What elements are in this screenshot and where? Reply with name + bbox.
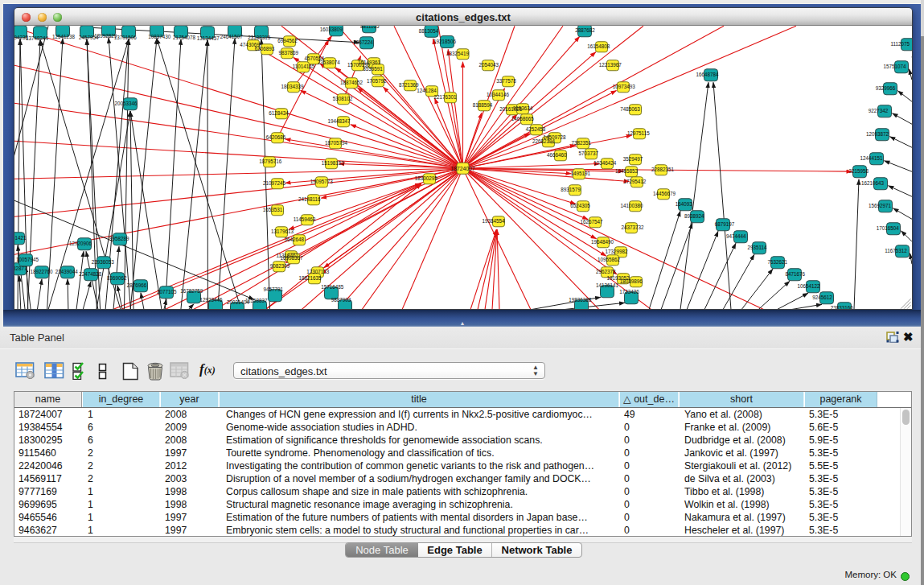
svg-text:13325419: 13325419 — [446, 51, 470, 56]
svg-text:12093872: 12093872 — [866, 131, 889, 137]
svg-text:7382351: 7382351 — [572, 140, 592, 146]
svg-text:23833160: 23833160 — [831, 305, 854, 309]
svg-text:12444151: 12444151 — [860, 155, 883, 161]
svg-text:24641507: 24641507 — [220, 34, 244, 39]
svg-text:18922760: 18922760 — [31, 269, 54, 274]
svg-text:23936053: 23936053 — [92, 259, 115, 265]
svg-text:18724007: 18724007 — [450, 166, 474, 171]
svg-text:2876966: 2876966 — [127, 282, 147, 288]
svg-text:1241284: 1241284 — [417, 88, 437, 93]
svg-text:8539591: 8539591 — [363, 66, 383, 72]
svg-text:17295412: 17295412 — [623, 179, 647, 184]
svg-text:15198153: 15198153 — [322, 160, 345, 166]
svg-text:8931579: 8931579 — [561, 187, 581, 192]
svg-text:23538074: 23538074 — [318, 60, 341, 65]
svg-text:21097245: 21097245 — [263, 180, 286, 186]
svg-text:18039896: 18039896 — [620, 278, 643, 284]
svg-text:16267547: 16267547 — [581, 219, 604, 225]
svg-text:5308102: 5308102 — [333, 96, 353, 101]
svg-text:3529497: 3529497 — [623, 156, 643, 162]
svg-text:12541238: 12541238 — [52, 34, 76, 39]
svg-text:8721369: 8721369 — [399, 82, 419, 88]
svg-text:10346424: 10346424 — [593, 160, 617, 166]
svg-text:16648784: 16648784 — [696, 72, 719, 77]
svg-text:24148116: 24148116 — [298, 196, 321, 202]
svg-text:2962373: 2962373 — [596, 269, 616, 274]
svg-text:16210643: 16210643 — [861, 180, 885, 186]
svg-text:11459463: 11459463 — [294, 216, 316, 222]
svg-text:16998367: 16998367 — [280, 255, 303, 261]
svg-text:18300295: 18300295 — [415, 175, 438, 181]
svg-text:1495191: 1495191 — [570, 171, 590, 176]
svg-text:4252458: 4252458 — [526, 126, 546, 132]
svg-text:18705794: 18705794 — [325, 140, 348, 146]
svg-text:6879197: 6879197 — [715, 221, 735, 227]
svg-text:7632621: 7632621 — [768, 259, 788, 265]
svg-text:14658665: 14658665 — [511, 116, 535, 122]
svg-text:16154808: 16154808 — [587, 43, 610, 49]
svg-text:11675312: 11675312 — [885, 248, 907, 253]
svg-text:9837869: 9837869 — [278, 50, 298, 56]
svg-text:6482877: 6482877 — [14, 266, 27, 271]
svg-text:12920906: 12920906 — [69, 241, 92, 246]
svg-text:14100380: 14100380 — [620, 203, 643, 208]
svg-text:15692971: 15692971 — [869, 203, 892, 208]
svg-text:164093: 164093 — [676, 201, 693, 207]
svg-text:17329982: 17329982 — [605, 249, 628, 254]
svg-text:12923446: 12923446 — [199, 297, 223, 303]
svg-text:12213967: 12213967 — [599, 62, 622, 68]
svg-text:10654122: 10654122 — [797, 283, 820, 289]
svg-text:7857224: 7857224 — [353, 39, 373, 45]
svg-text:9245612: 9245612 — [812, 295, 832, 300]
svg-text:15751074: 15751074 — [883, 64, 906, 69]
svg-text:8813054: 8813054 — [419, 28, 439, 34]
svg-text:10973493: 10973493 — [613, 84, 636, 89]
svg-text:19465853: 19465853 — [615, 168, 639, 174]
svg-text:9082309: 9082309 — [270, 263, 290, 269]
svg-text:17307133: 17307133 — [306, 269, 330, 274]
svg-text:11558837: 11558837 — [245, 298, 268, 303]
svg-text:10955862: 10955862 — [598, 257, 621, 262]
svg-text:3642648: 3642648 — [285, 237, 305, 242]
svg-text:16782759: 16782759 — [180, 288, 203, 294]
svg-text:12975115: 12975115 — [627, 130, 650, 136]
svg-text:6306893: 6306893 — [255, 46, 275, 51]
svg-text:7485063: 7485063 — [620, 106, 640, 112]
svg-text:22474828: 22474828 — [79, 271, 102, 277]
svg-text:9227342: 9227342 — [869, 108, 889, 113]
svg-text:1653531: 1653531 — [263, 207, 283, 212]
svg-text:9329966: 9329966 — [876, 85, 896, 91]
svg-text:18821635: 18821635 — [298, 275, 322, 281]
svg-text:10837430: 10837430 — [148, 34, 171, 39]
svg-text:21754078: 21754078 — [173, 35, 196, 40]
svg-text:18874652: 18874652 — [340, 80, 363, 85]
svg-text:19648490: 19648490 — [591, 239, 614, 245]
svg-text:6128434: 6128434 — [269, 110, 289, 116]
svg-text:23188315: 23188315 — [248, 35, 271, 40]
svg-text:9958289: 9958289 — [109, 236, 129, 241]
svg-text:2054043: 2054043 — [478, 62, 499, 68]
svg-text:9474444: 9474444 — [726, 233, 746, 239]
svg-text:6524305: 6524305 — [570, 203, 590, 208]
svg-text:16149361: 16149361 — [358, 60, 381, 65]
svg-text:8811165: 8811165 — [360, 26, 380, 29]
svg-text:17016504: 17016504 — [877, 225, 900, 231]
svg-text:16033809: 16033809 — [320, 27, 343, 32]
svg-text:1705792: 1705792 — [367, 78, 387, 84]
svg-text:9457791: 9457791 — [263, 286, 283, 292]
svg-text:18034339: 18034339 — [281, 84, 304, 89]
svg-text:19448347: 19448347 — [327, 118, 351, 124]
svg-text:19836388: 19836388 — [569, 297, 592, 303]
svg-text:1112075: 1112075 — [891, 41, 910, 47]
svg-text:22882351: 22882351 — [651, 167, 675, 172]
svg-text:15716485: 15716485 — [321, 284, 344, 290]
svg-text:24373732: 24373732 — [622, 225, 645, 230]
svg-text:4666460: 4666460 — [547, 152, 567, 158]
svg-text:21439044: 21439044 — [55, 269, 79, 274]
svg-text:13701506: 13701506 — [114, 35, 138, 40]
svg-text:22176301: 22176301 — [433, 94, 457, 100]
svg-text:14509728: 14509728 — [544, 134, 567, 140]
svg-text:5703737: 5703737 — [579, 150, 599, 156]
svg-text:8938924: 8938924 — [684, 213, 704, 219]
svg-text:10344146: 10344146 — [487, 92, 510, 97]
